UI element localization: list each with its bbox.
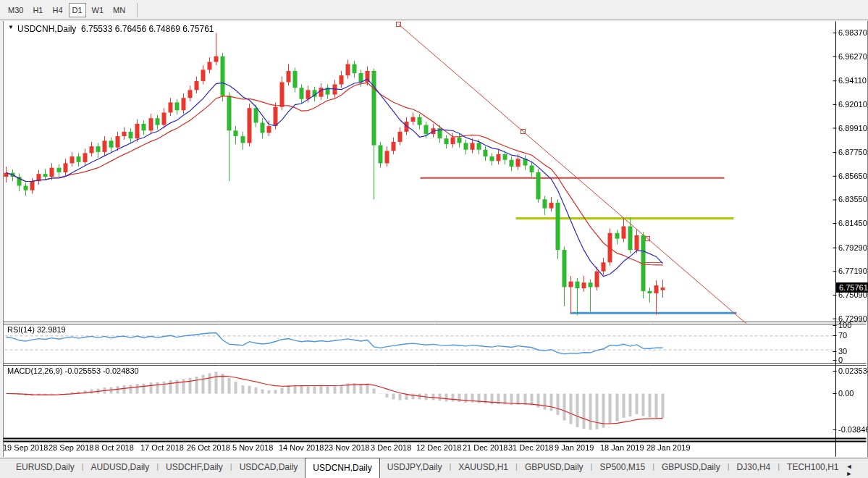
date-axis-label: 14 Nov 2018 (279, 443, 324, 452)
chart-tab-usdcad-3[interactable]: USDCAD,Daily (232, 458, 306, 478)
chart-tab-gbpusd-7[interactable]: GBPUSD,Daily (518, 458, 591, 478)
price-axis-label: 6.94110 (838, 76, 867, 85)
date-axis-label: 28 Jan 2019 (646, 443, 691, 452)
chart-tab-sp500-8[interactable]: SP500,M15 (592, 458, 652, 478)
date-axis-label: 12 Dec 2018 (416, 443, 461, 452)
chart-tab-usdjpy-5[interactable]: USDJPY,Daily (380, 458, 450, 478)
chart-tab-eurusd-0[interactable]: EURUSD,Daily (9, 458, 82, 478)
price-axis-label: 6.89910 (838, 124, 867, 133)
date-axis-label: 31 Dec 2018 (508, 443, 553, 452)
price-axis-label: 6.85650 (838, 172, 867, 180)
price-axis-label: 6.77190 (838, 267, 867, 275)
chart-ohlc-values: 6.75533 6.76456 6.74869 6.75761 (81, 24, 214, 34)
date-axis-label: 17 Oct 2018 (140, 443, 184, 452)
price-axis-label: 6.79290 (838, 243, 867, 252)
date-axis-label: 18 Jan 2019 (600, 443, 644, 452)
chart-tab-usdchf-2[interactable]: USDCHF,Daily (159, 458, 230, 478)
rsi-axis-label: 70 (838, 331, 847, 340)
date-axis-label: 5 Nov 2018 (232, 443, 273, 452)
chart-tab-usdcnh-4[interactable]: USDCNH,Daily (305, 458, 379, 478)
date-axis-label: 26 Oct 2018 (187, 443, 230, 452)
date-axis-label: 3 Dec 2018 (371, 443, 411, 452)
price-axis-label: 6.81450 (838, 219, 867, 227)
price-axis-label: 6.83550 (838, 195, 867, 204)
chart-tab-bar: EURUSD,Daily|AUDUSD,Daily|USDCHF,Daily|U… (0, 458, 868, 478)
rsi-indicator-label: RSI(14) 32.9819 (7, 325, 66, 334)
chart-canvas[interactable] (0, 0, 868, 478)
date-axis-label: 23 Nov 2018 (324, 443, 369, 452)
rsi-axis-label: 30 (838, 347, 847, 356)
chart-tab-gbpusd-9[interactable]: GBPUSD,Daily (654, 458, 728, 478)
date-axis-label: 8 Oct 2018 (95, 443, 134, 452)
macd-axis-label: 0.023534 (838, 366, 868, 375)
chart-tab-xauusd-6[interactable]: XAUUSD,H1 (451, 458, 515, 478)
price-axis-label: 6.98370 (838, 28, 867, 37)
date-axis-label: 28 Sep 2018 (49, 443, 93, 452)
price-axis-label: 6.92010 (838, 100, 867, 109)
price-axis-label: 6.96270 (838, 52, 867, 61)
tab-scroll-arrows[interactable]: ◄ ► (846, 458, 868, 478)
price-axis-label: 6.87750 (838, 148, 867, 156)
macd-axis-label: 0.00 (838, 389, 854, 398)
date-axis-label: 9 Jan 2019 (555, 443, 594, 452)
chart-tab-audusd-1[interactable]: AUDUSD,Daily (84, 458, 157, 478)
rsi-axis-label: 100 (838, 321, 851, 330)
date-axis-label: 21 Dec 2018 (463, 443, 507, 452)
macd-axis-label: -0.038466 (838, 425, 868, 434)
date-axis-label: 19 Sep 2018 (3, 443, 48, 452)
macd-indicator-label: MACD(12,26,9) -0.025553 -0.024830 (7, 366, 139, 375)
chart-tab-tech100-11[interactable]: TECH100,H1 (780, 458, 846, 478)
rsi-axis-label: 0 (838, 356, 843, 364)
chart-title: USDCNH,Daily 6.75533 6.76456 6.74869 6.7… (17, 24, 214, 34)
chart-symbol-label: USDCNH,Daily (17, 24, 76, 34)
symbol-dropdown-icon[interactable]: ▼ (8, 24, 14, 30)
chart-tab-dj30-10[interactable]: DJ30,H4 (730, 458, 778, 478)
current-price-tag: 6.75761 (836, 282, 868, 293)
